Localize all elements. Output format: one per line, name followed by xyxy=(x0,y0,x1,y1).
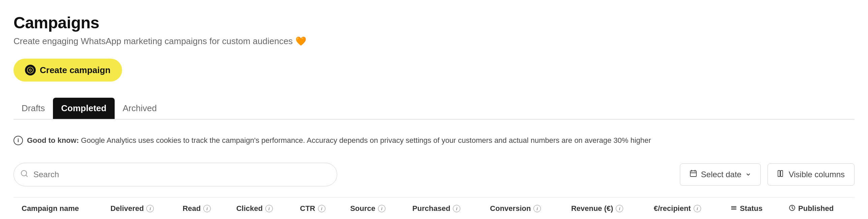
col-header-published: Published xyxy=(781,197,855,219)
col-header-per-recipient: €/recipient i xyxy=(646,197,722,219)
source-info-icon[interactable]: i xyxy=(378,205,385,212)
page-subtitle: Create engaging WhatsApp marketing campa… xyxy=(13,36,855,46)
info-text: Good to know: Google Analytics uses cook… xyxy=(27,136,651,145)
status-column-icon xyxy=(730,205,737,213)
ctr-info-icon[interactable]: i xyxy=(318,205,325,212)
svg-line-2 xyxy=(26,175,27,177)
table-container: Campaign name Delivered i Read i xyxy=(13,197,855,219)
col-header-source: Source i xyxy=(342,197,404,219)
info-bar: i Good to know: Google Analytics uses co… xyxy=(13,130,855,151)
col-header-delivered: Delivered i xyxy=(102,197,174,219)
campaigns-table: Campaign name Delivered i Read i xyxy=(13,197,855,219)
col-header-status: Status xyxy=(722,197,781,219)
col-header-revenue: Revenue (€) i xyxy=(563,197,646,219)
svg-rect-8 xyxy=(781,170,783,177)
create-campaign-label: Create campaign xyxy=(40,65,111,75)
col-header-clicked: Clicked i xyxy=(228,197,292,219)
select-date-button[interactable]: Select date xyxy=(680,163,761,186)
table-header-row: Campaign name Delivered i Read i xyxy=(13,197,855,219)
chevron-down-icon xyxy=(746,170,751,179)
tab-drafts[interactable]: Drafts xyxy=(13,98,53,119)
read-info-icon[interactable]: i xyxy=(203,205,211,212)
svg-rect-7 xyxy=(778,170,780,177)
toolbar-right: Select date Visible columns xyxy=(680,163,855,186)
subtitle-emoji: 🧡 xyxy=(295,36,306,46)
search-input[interactable] xyxy=(13,163,337,186)
search-container xyxy=(13,163,337,186)
search-icon xyxy=(20,169,28,180)
svg-rect-3 xyxy=(690,171,696,177)
visible-columns-label: Visible columns xyxy=(789,170,845,179)
tab-completed[interactable]: Completed xyxy=(53,98,114,119)
tab-archived[interactable]: Archived xyxy=(115,98,165,119)
col-header-campaign-name: Campaign name xyxy=(13,197,102,219)
visible-columns-button[interactable]: Visible columns xyxy=(768,163,855,186)
purchased-info-icon[interactable]: i xyxy=(453,205,460,212)
col-header-conversion: Conversion i xyxy=(482,197,563,219)
delivered-info-icon[interactable]: i xyxy=(146,205,154,212)
create-campaign-icon xyxy=(25,65,36,75)
col-header-ctr: CTR i xyxy=(292,197,342,219)
select-date-label: Select date xyxy=(701,170,742,179)
toolbar: Select date Visible columns xyxy=(13,163,855,186)
col-header-read: Read i xyxy=(174,197,228,219)
calendar-icon xyxy=(690,170,697,179)
clicked-info-icon[interactable]: i xyxy=(265,205,273,212)
create-campaign-button[interactable]: Create campaign xyxy=(13,59,122,82)
tabs-container: Drafts Completed Archived xyxy=(13,98,855,120)
col-header-purchased: Purchased i xyxy=(404,197,482,219)
conversion-info-icon[interactable]: i xyxy=(533,205,541,212)
revenue-info-icon[interactable]: i xyxy=(616,205,623,212)
per-recipient-info-icon[interactable]: i xyxy=(694,205,701,212)
columns-icon xyxy=(777,170,785,179)
page-title: Campaigns xyxy=(13,13,855,32)
published-clock-icon xyxy=(789,205,795,213)
svg-point-0 xyxy=(27,67,33,73)
info-icon: i xyxy=(13,136,23,145)
